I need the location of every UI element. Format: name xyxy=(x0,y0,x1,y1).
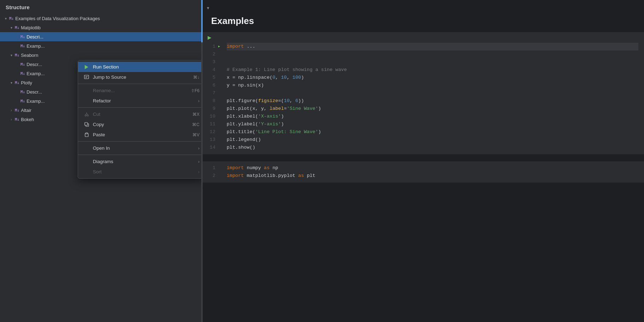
arrow-icon: › xyxy=(198,169,199,174)
spacer xyxy=(14,98,20,104)
tree-item-matplotlib-exam[interactable]: M↓ Examp... xyxy=(0,41,201,50)
menu-item-label: Paste xyxy=(93,132,105,137)
svg-point-4 xyxy=(87,115,88,116)
spacer xyxy=(14,71,20,76)
arrow-icon: › xyxy=(198,146,199,151)
run-button-1[interactable]: ▶ xyxy=(205,33,214,42)
line-numbers-1: 12345 678910 11121314 xyxy=(203,43,218,154)
editor-content[interactable]: ▶ 12345 678910 11121314 ▶ import ... xyxy=(203,32,644,322)
sidebar-title: Structure xyxy=(0,0,201,14)
tree-item-label: Examp... xyxy=(26,71,44,76)
menu-item-cut: Cut ⌘X xyxy=(78,109,201,119)
separator-4 xyxy=(78,155,201,155)
context-menu-overlay: Run Section Jump to Source ⌘↓ Rename xyxy=(78,60,201,179)
paste-icon xyxy=(83,132,90,137)
menu-item-refactor[interactable]: Refactor › xyxy=(78,96,201,106)
menu-item-sort: Sort › xyxy=(78,167,201,177)
editor-toolbar: ▾ xyxy=(203,0,644,16)
tree-item-label: Examp... xyxy=(26,43,44,49)
md-icon: M↓ xyxy=(20,90,25,94)
sidebar: Structure ▾ M↓ Examples of Data Visualiz… xyxy=(0,0,201,322)
separator-1 xyxy=(78,84,201,84)
tree-item-label: Bokeh xyxy=(21,117,34,122)
collapse-chevron[interactable]: ▾ xyxy=(207,5,209,11)
code-content-2: 12 import numpy as np import matplotlib.… xyxy=(203,161,644,183)
md-icon: M↓ xyxy=(20,99,25,103)
shortcut-cut: ⌘X xyxy=(192,112,199,117)
context-menu: Run Section Jump to Source ⌘↓ Rename xyxy=(78,60,201,179)
shortcut-rename: ⇧F6 xyxy=(191,88,199,93)
separator-3 xyxy=(78,141,201,142)
code-lines-1: import ... # Example 1: Line plot showin… xyxy=(225,43,644,154)
tree-item-label: Examples of Data Visualization Packages xyxy=(15,16,100,21)
menu-item-paste[interactable]: Paste ⌘V xyxy=(78,130,201,140)
md-icon: M↓ xyxy=(20,71,25,76)
code-block-2: 12 import numpy as np import matplotlib.… xyxy=(203,161,644,183)
code-content-1: 12345 678910 11121314 ▶ import ... # xyxy=(203,43,644,154)
shortcut-jump: ⌘↓ xyxy=(193,75,199,80)
menu-item-label: Diagrams xyxy=(93,159,113,164)
menu-item-run-section[interactable]: Run Section xyxy=(78,62,201,72)
menu-item-label: Refactor xyxy=(93,98,111,103)
tree-item-matplotlib[interactable]: ▾ M↓ Matplotlib xyxy=(0,23,201,32)
md-icon: M↓ xyxy=(9,16,14,21)
md-icon: M↓ xyxy=(15,25,19,30)
tree-item-label: Descr... xyxy=(26,62,42,67)
shortcut-paste: ⌘V xyxy=(192,132,199,137)
chevron-down-icon: ▾ xyxy=(8,80,14,85)
md-icon: M↓ xyxy=(20,44,25,48)
separator-2 xyxy=(78,107,201,108)
jump-icon xyxy=(83,75,90,80)
copy-icon xyxy=(83,122,90,127)
svg-rect-9 xyxy=(85,123,88,125)
code-lines-2: import numpy as np import matplotlib.pyp… xyxy=(225,164,644,183)
tree-item-label: Examp... xyxy=(26,99,44,104)
svg-line-5 xyxy=(85,113,87,115)
svg-line-6 xyxy=(87,113,88,115)
tree-item-root[interactable]: ▾ M↓ Examples of Data Visualization Pack… xyxy=(0,14,201,23)
md-icon: M↓ xyxy=(20,35,25,39)
menu-item-label: Sort xyxy=(93,169,102,174)
run-icon xyxy=(83,65,90,69)
run-indicators-2 xyxy=(218,164,225,183)
tree-item-label: Descri... xyxy=(26,34,43,40)
menu-item-label: Copy xyxy=(93,122,104,127)
editor-title-section: Examples xyxy=(203,16,644,32)
tree-item-seaborn[interactable]: ▾ M↓ Seaborn xyxy=(0,50,201,60)
spacer xyxy=(14,34,20,40)
tree-item-label: Plotly xyxy=(21,80,32,85)
arrow-icon: › xyxy=(198,159,199,164)
menu-item-open-in[interactable]: Open In › xyxy=(78,143,201,153)
menu-item-diagrams[interactable]: Diagrams › xyxy=(78,156,201,167)
md-icon: M↓ xyxy=(15,53,19,58)
code-block-toolbar-1: ▶ xyxy=(203,32,644,43)
menu-item-jump-to-source[interactable]: Jump to Source ⌘↓ xyxy=(78,72,201,82)
menu-item-label: Open In xyxy=(93,145,110,151)
sidebar-divider[interactable] xyxy=(201,0,203,322)
menu-item-label: Run Section xyxy=(93,64,119,70)
chevron-right-icon: › xyxy=(8,117,14,122)
menu-item-label: Jump to Source xyxy=(93,74,126,80)
tree-item-label: Matplotlib xyxy=(21,25,41,30)
tree-item-matplotlib-desc[interactable]: M↓ Descri... xyxy=(0,32,201,41)
menu-item-rename: Rename... ⇧F6 xyxy=(78,85,201,96)
arrow-icon: › xyxy=(198,99,199,103)
tree-item-label: Seaborn xyxy=(21,53,38,58)
tree-item-label: Descr... xyxy=(26,89,42,95)
menu-item-label: Cut xyxy=(93,112,100,117)
menu-item-copy[interactable]: Copy ⌘C xyxy=(78,119,201,130)
md-icon: M↓ xyxy=(15,117,19,122)
editor-area: ▾ Examples ▶ 12345 678910 11121314 ▶ xyxy=(203,0,644,322)
svg-rect-11 xyxy=(86,133,88,134)
svg-rect-0 xyxy=(84,75,89,79)
svg-point-3 xyxy=(85,115,86,116)
md-icon: M↓ xyxy=(15,108,19,113)
spacer xyxy=(14,43,20,49)
code-block-1: ▶ 12345 678910 11121314 ▶ import ... xyxy=(203,32,644,154)
chevron-down-icon: ▾ xyxy=(8,25,14,30)
spacer xyxy=(14,89,20,95)
cut-icon xyxy=(83,112,90,117)
md-icon: M↓ xyxy=(15,80,19,85)
chevron-down-icon: ▾ xyxy=(8,52,14,58)
chevron-right-icon: › xyxy=(8,107,14,113)
